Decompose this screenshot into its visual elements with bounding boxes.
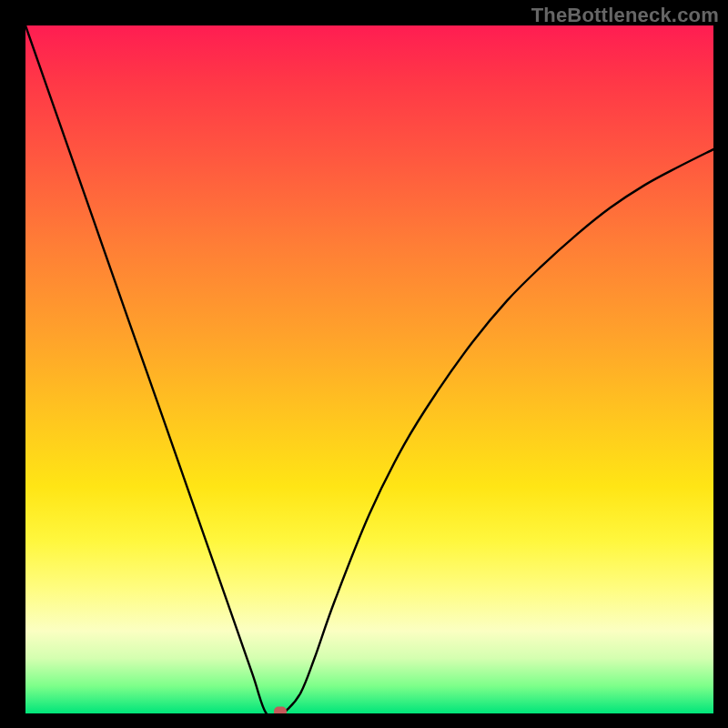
optimal-point-marker (274, 707, 287, 714)
watermark-text: TheBottleneck.com (531, 4, 719, 27)
plot-area (25, 25, 713, 713)
chart-frame: TheBottleneck.com (0, 0, 728, 728)
bottleneck-curve (25, 25, 713, 713)
curve-svg (25, 25, 713, 713)
